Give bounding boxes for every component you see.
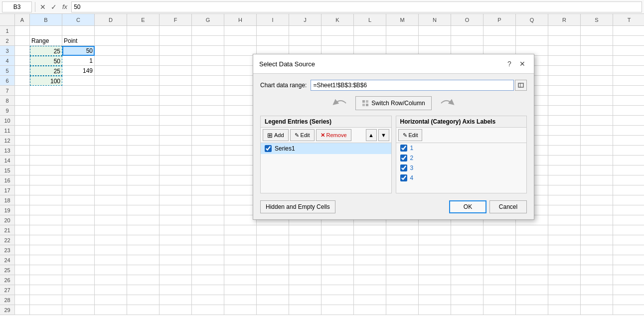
cell-h21[interactable]: [224, 225, 257, 235]
cell-h17[interactable]: [224, 185, 257, 195]
chart-data-range-collapse-button[interactable]: [515, 80, 527, 91]
cell-b13[interactable]: [30, 146, 62, 156]
cell-f3[interactable]: [160, 46, 192, 56]
cell-m1[interactable]: [386, 26, 419, 36]
cell-a27[interactable]: [15, 285, 30, 295]
cell-a6[interactable]: [15, 76, 30, 86]
legend-add-button[interactable]: ⊞ Add: [263, 129, 289, 141]
cell-l1[interactable]: [354, 26, 386, 36]
col-header-g[interactable]: G: [192, 14, 224, 25]
cell-s20[interactable]: [581, 215, 613, 225]
cell-q21[interactable]: [516, 225, 548, 235]
cell-k24[interactable]: [322, 255, 354, 265]
cell-s8[interactable]: [581, 96, 613, 106]
cell-a28[interactable]: [15, 295, 30, 305]
cell-d7[interactable]: [95, 86, 127, 96]
cell-r12[interactable]: [548, 136, 581, 146]
cell-g26[interactable]: [192, 275, 224, 285]
cell-m28[interactable]: [386, 295, 419, 305]
cell-r3[interactable]: [548, 46, 581, 56]
cell-h13[interactable]: [224, 146, 257, 156]
cell-b11[interactable]: [30, 126, 62, 136]
cell-k2[interactable]: [322, 36, 354, 46]
cell-h11[interactable]: [224, 126, 257, 136]
cell-d27[interactable]: [95, 285, 127, 295]
cell-o2[interactable]: [451, 36, 483, 46]
cell-t19[interactable]: [613, 205, 644, 215]
cell-d11[interactable]: [95, 126, 127, 136]
cell-c8[interactable]: [62, 96, 95, 106]
formula-input[interactable]: 50: [71, 1, 642, 12]
cell-c25[interactable]: [62, 265, 95, 275]
cell-r9[interactable]: [548, 106, 581, 116]
cell-r2[interactable]: [548, 36, 581, 46]
cell-t28[interactable]: [613, 295, 644, 305]
cell-f13[interactable]: [160, 146, 192, 156]
cell-d13[interactable]: [95, 146, 127, 156]
cell-a16[interactable]: [15, 175, 30, 185]
cell-n29[interactable]: [419, 305, 451, 315]
cell-d25[interactable]: [95, 265, 127, 275]
legend-move-down-button[interactable]: ▼: [378, 129, 389, 141]
cell-g25[interactable]: [192, 265, 224, 275]
cell-b26[interactable]: [30, 275, 62, 285]
cell-r5[interactable]: [548, 66, 581, 76]
cell-b24[interactable]: [30, 255, 62, 265]
cell-g4[interactable]: [192, 56, 224, 66]
cell-i22[interactable]: [257, 235, 289, 245]
cell-c23[interactable]: [62, 245, 95, 255]
cell-m2[interactable]: [386, 36, 419, 46]
cell-s19[interactable]: [581, 205, 613, 215]
cell-b10[interactable]: [30, 116, 62, 126]
cell-g12[interactable]: [192, 136, 224, 146]
cell-c28[interactable]: [62, 295, 95, 305]
cell-t3[interactable]: [613, 46, 644, 56]
cell-c13[interactable]: [62, 146, 95, 156]
cell-g16[interactable]: [192, 175, 224, 185]
cell-t11[interactable]: [613, 126, 644, 136]
cell-r17[interactable]: [548, 185, 581, 195]
cell-b20[interactable]: [30, 215, 62, 225]
cell-d2[interactable]: [95, 36, 127, 46]
cell-g29[interactable]: [192, 305, 224, 315]
cell-b21[interactable]: [30, 225, 62, 235]
legend-move-up-button[interactable]: ▲: [366, 129, 377, 141]
axis-label-2-checkbox[interactable]: [400, 155, 407, 162]
cell-s6[interactable]: [581, 76, 613, 86]
cell-a7[interactable]: [15, 86, 30, 96]
cell-e12[interactable]: [127, 136, 160, 146]
cell-d6[interactable]: [95, 76, 127, 86]
cell-o26[interactable]: [451, 275, 483, 285]
cell-a5[interactable]: [15, 66, 30, 76]
cell-o28[interactable]: [451, 295, 483, 305]
legend-remove-button[interactable]: ✕ Remove: [316, 129, 351, 141]
cell-d14[interactable]: [95, 156, 127, 165]
cell-c12[interactable]: [62, 136, 95, 146]
cell-a12[interactable]: [15, 136, 30, 146]
cell-e3[interactable]: [127, 46, 160, 56]
col-header-d[interactable]: D: [95, 14, 127, 25]
cell-r22[interactable]: [548, 235, 581, 245]
cell-f24[interactable]: [160, 255, 192, 265]
cell-g23[interactable]: [192, 245, 224, 255]
cell-t25[interactable]: [613, 265, 644, 275]
cell-a23[interactable]: [15, 245, 30, 255]
cell-e28[interactable]: [127, 295, 160, 305]
cell-h15[interactable]: [224, 165, 257, 175]
cell-p29[interactable]: [483, 305, 516, 315]
cell-a2[interactable]: [15, 36, 30, 46]
cell-s4[interactable]: [581, 56, 613, 66]
cell-m27[interactable]: [386, 285, 419, 295]
cancel-button[interactable]: Cancel: [489, 200, 527, 213]
cell-n27[interactable]: [419, 285, 451, 295]
cell-h7[interactable]: [224, 86, 257, 96]
cell-a13[interactable]: [15, 146, 30, 156]
cell-c10[interactable]: [62, 116, 95, 126]
cell-d21[interactable]: [95, 225, 127, 235]
axis-label-item-3[interactable]: 3: [396, 163, 527, 173]
cell-e5[interactable]: [127, 66, 160, 76]
cell-a10[interactable]: [15, 116, 30, 126]
cell-f21[interactable]: [160, 225, 192, 235]
cell-s2[interactable]: [581, 36, 613, 46]
cell-q2[interactable]: [516, 36, 548, 46]
